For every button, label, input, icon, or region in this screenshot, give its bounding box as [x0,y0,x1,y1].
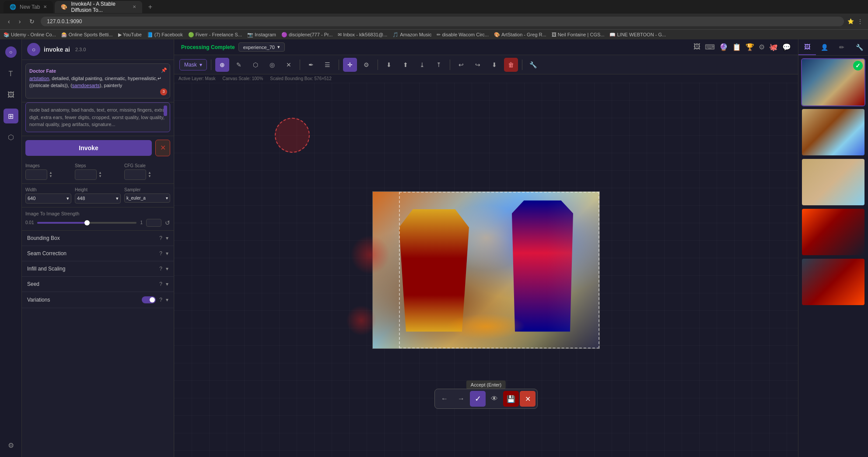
bookmark-amazon[interactable]: 🎵 Amazon Music [392,32,431,38]
right-tab-edit[interactable]: ✏ [833,39,851,55]
seam-chevron[interactable]: ▾ [166,250,168,257]
positive-prompt-box[interactable]: 📌 Doctor Fate artstation, detailed, digi… [25,63,170,98]
bookmark-wacom[interactable]: ✏ disable Wacom Circ... [437,32,489,38]
float-save[interactable]: 💾 [503,391,519,407]
sidebar-icon-canvas[interactable]: ⊞ [4,109,18,123]
invoke-button[interactable]: Invoke [25,140,152,156]
bookmark-sports[interactable]: 🎰 Online Sports Betti... [61,32,113,38]
gallery-item-4[interactable] [801,208,865,256]
steps-spinners[interactable]: ▲ ▼ [98,171,102,178]
right-tab-gallery[interactable]: 🖼 [798,39,816,55]
tb-icon-discord[interactable]: 💬 [782,43,791,51]
forward-button[interactable]: › [16,17,24,26]
menu-icon[interactable]: ⋮ [858,18,863,25]
tool-redo[interactable]: ↪ [471,58,485,72]
cfg-spinners[interactable]: ▲ ▼ [148,171,151,178]
tool-menu[interactable]: ☰ [321,58,335,72]
bookmark-artstation[interactable]: 🎨 ArtStation - Greg R... [494,32,546,38]
bookmark-fiverr[interactable]: 🟢 Fiverr - Freelance S... [188,32,242,38]
bookmark-yt[interactable]: ▶ YouTube [118,32,142,38]
cancel-button[interactable]: ✕ [155,140,170,156]
bookmark-udemy[interactable]: 📚 Udemy - Online Co... [4,32,56,38]
tool-eraser[interactable]: ⬡ [248,58,262,72]
section-seed[interactable]: Seed ? ▾ [22,277,174,292]
variations-help[interactable]: ? [159,297,162,303]
mask-button[interactable]: Mask ▾ [179,59,207,70]
width-select[interactable]: 640 ▾ [25,193,71,204]
infill-chevron[interactable]: ▾ [166,266,168,272]
strength-slider[interactable] [37,222,136,224]
bookmark-webtoon[interactable]: 📖 LINE WEBTOON - G... [609,32,666,38]
tb-icon-4[interactable]: 📋 [732,43,741,51]
tool-download[interactable]: ⬇ [487,58,501,72]
images-down[interactable]: ▼ [49,175,52,178]
sidebar-icon-settings[interactable]: ⚙ [4,438,18,453]
steps-down[interactable]: ▼ [98,175,102,178]
back-button[interactable]: ‹ [5,17,13,26]
address-bar[interactable]: 127.0.0.1:9090 [41,17,844,26]
slider-thumb[interactable] [84,220,90,225]
bounding-box-chevron[interactable]: ▾ [166,235,168,241]
model-selector[interactable]: experience_70 ▾ [238,42,285,52]
tool-close[interactable]: ✕ [282,58,296,72]
gallery-item-3[interactable] [801,158,865,206]
seam-help[interactable]: ? [159,250,162,257]
float-next[interactable]: → [453,391,469,407]
right-tab-user[interactable]: 👤 [816,39,833,55]
right-tab-settings[interactable]: 🔧 [850,39,868,55]
section-bounding-box[interactable]: Bounding Box ? ▾ [22,231,174,246]
tab-invoke[interactable]: 🎨 InvokeAI - A Stable Diffusion To... ✕ [55,1,142,13]
variations-chevron[interactable]: ▾ [166,297,168,303]
height-select[interactable]: 448 ▾ [75,193,121,204]
bounding-box-help[interactable]: ? [159,235,162,241]
sampler-select[interactable]: k_euler_a ▾ [124,193,170,203]
variations-toggle[interactable] [142,296,156,303]
tb-icon-3[interactable]: 🔮 [719,43,728,51]
gallery-item-5[interactable] [801,258,865,306]
strength-reset[interactable]: ↺ [165,219,170,226]
sidebar-icon-nodes[interactable]: ⬡ [4,130,18,144]
new-tab-button[interactable]: + [144,1,156,13]
images-input[interactable]: 1 [25,169,47,180]
strength-value[interactable]: 0.51 [146,219,161,227]
extensions-icon[interactable]: ⭐ [847,18,854,25]
section-variations[interactable]: Variations ? ▾ [22,292,174,308]
tool-settings[interactable]: ⚙ [360,58,374,72]
tool-crosshair[interactable]: ✛ [343,58,357,72]
section-infill[interactable]: Infill and Scaling ? ▾ [22,261,174,277]
tab-new[interactable]: 🌐 New Tab ✕ [4,1,53,13]
tool-layer-down[interactable]: ⬇ [382,58,396,72]
tool-delete[interactable]: 🗑 [504,58,518,72]
tb-icon-1[interactable]: 🖼 [693,43,700,51]
cfg-input[interactable]: 7.5 [124,169,146,180]
tb-icon-github[interactable]: 🐙 [769,43,778,51]
tool-wrench[interactable]: 🔧 [526,58,540,72]
sidebar-icon-text[interactable]: T [4,67,18,81]
tb-icon-6[interactable]: ⚙ [759,43,765,51]
steps-input[interactable]: 40 [75,169,97,180]
sidebar-icon-image[interactable]: 🖼 [4,88,18,102]
float-accept[interactable]: ✓ [470,391,486,407]
tool-layer-merge[interactable]: ⤓ [415,58,429,72]
bookmark-ig[interactable]: 📷 Instagram [247,32,276,38]
gallery-item-2[interactable] [801,108,865,156]
refresh-button[interactable]: ↻ [27,17,37,26]
canvas-background[interactable]: Accept (Enter) ← → ✓ 👁 💾 ✕ [174,83,798,457]
seed-chevron[interactable]: ▾ [166,281,168,287]
seed-help[interactable]: ? [159,281,162,287]
tool-brush[interactable]: ✎ [232,58,246,72]
tool-move[interactable]: ⊕ [215,58,229,72]
tb-icon-5[interactable]: 🏆 [746,43,754,51]
tool-undo[interactable]: ↩ [454,58,468,72]
negative-prompt-box[interactable]: nude bad anatomy, bad hands, text, error… [25,102,170,132]
section-seam-correction[interactable]: Seam Correction ? ▾ [22,246,174,261]
tab-close[interactable]: ✕ [43,4,47,9]
float-close[interactable]: ✕ [520,391,536,407]
infill-help[interactable]: ? [159,266,162,272]
gallery-item-1[interactable]: ✓ [801,58,865,106]
images-spinners[interactable]: ▲ ▼ [49,171,52,178]
tool-layer-split[interactable]: ⤒ [432,58,446,72]
cfg-down[interactable]: ▼ [148,175,151,178]
tool-layer-up[interactable]: ⬆ [399,58,413,72]
tool-pen[interactable]: ✒ [304,58,318,72]
